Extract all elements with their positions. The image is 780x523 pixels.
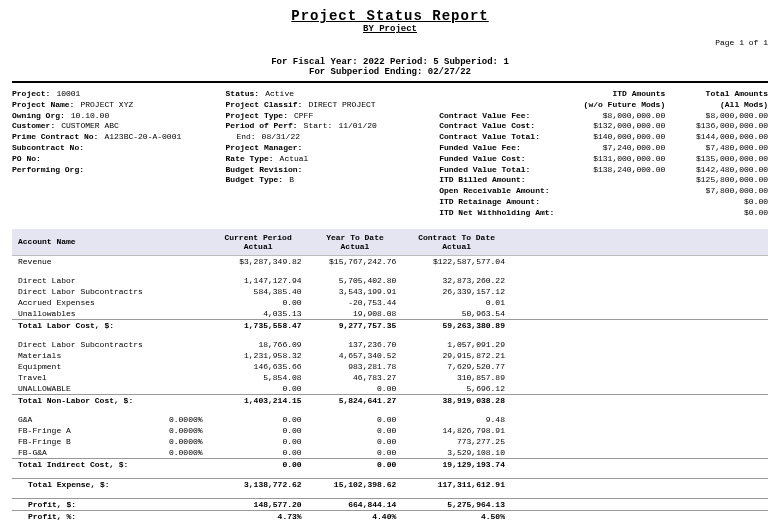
label-pop-start: Start:: [298, 121, 333, 132]
val-status: Active: [259, 89, 294, 100]
amt-c1-0: $8,000,000.00: [562, 111, 665, 122]
amt-c2-9: $0.00: [665, 208, 768, 219]
divider: [12, 81, 768, 83]
amt-c2-4: $135,000,000.00: [665, 154, 768, 165]
row-equipment: Equipment146,635.66983,281.787,629,520.7…: [12, 361, 768, 372]
col-current: Current Period Actual: [209, 229, 308, 256]
row-unallowable2: UNALLOWABLE0.000.005,696.12: [12, 383, 768, 395]
label-pop: Period of Perf:: [226, 121, 298, 132]
label-project-name: Project Name:: [12, 100, 74, 111]
amt-label-5: Funded Value Total:: [439, 165, 562, 176]
row-total-nonlabor: Total Non-Labor Cost, $:1,403,214.155,82…: [12, 394, 768, 406]
label-owning-org: Owning Org:: [12, 111, 65, 122]
val-pop-start: 11/01/20: [332, 121, 376, 132]
header-grid: Project:10001 Project Name:PROJECT XYZ O…: [12, 89, 768, 219]
label-pm: Project Manager:: [226, 143, 303, 154]
row-total-labor: Total Labor Cost, $:1,735,558.479,277,75…: [12, 319, 768, 331]
val-project: 10001: [50, 89, 80, 100]
label-budget-type: Budget Type:: [226, 175, 284, 186]
label-subcontract: Subcontract No:: [12, 143, 84, 154]
row-ga: G&A0.0000%0.000.009.48: [12, 414, 768, 425]
val-proj-type: CPFF: [288, 111, 313, 122]
row-accrued: Accrued Expenses0.00-20,753.440.01: [12, 297, 768, 308]
label-project: Project:: [12, 89, 50, 100]
amt-label-4: Funded Value Cost:: [439, 154, 562, 165]
amounts-head-itd-sub: (w/o Future Mods): [562, 100, 665, 111]
val-performing-org: [84, 165, 90, 176]
amt-c1-2: $140,000,000.00: [562, 132, 665, 143]
val-pop-end: 08/31/22: [256, 132, 300, 143]
label-po-no: PO No:: [12, 154, 41, 165]
row-materials: Materials1,231,958.324,657,340.5229,915,…: [12, 350, 768, 361]
val-rate-type: Actual: [274, 154, 309, 165]
amt-c1-9: [562, 208, 665, 219]
fiscal-line-2: For Subperiod Ending: 02/27/22: [12, 67, 768, 77]
amt-label-9: ITD Net Withholding Amt:: [439, 208, 562, 219]
amounts-head-blank: [439, 89, 562, 100]
label-prime-contract: Prime Contract No:: [12, 132, 98, 143]
col-ytd: Year To Date Actual: [308, 229, 403, 256]
row-fringe-a: FB-Fringe A0.0000%0.000.0014,826,798.91: [12, 425, 768, 436]
amounts-col: ITD Amounts Total Amounts (w/o Future Mo…: [439, 89, 768, 219]
amt-c1-6: [562, 175, 665, 186]
val-prime-contract: A123BC-20-A-0001: [98, 132, 181, 143]
label-status: Status:: [226, 89, 260, 100]
label-rate-type: Rate Type:: [226, 154, 274, 165]
val-project-name: PROJECT XYZ: [74, 100, 133, 111]
report-title: Project Status Report: [12, 8, 768, 24]
row-fb-ga: FB-G&A0.0000%0.000.003,529,108.10: [12, 447, 768, 459]
amounts-head-itd: ITD Amounts: [562, 89, 665, 100]
amt-label-2: Contract Value Total:: [439, 132, 562, 143]
label-customer: Customer:: [12, 121, 55, 132]
amt-label-3: Funded Value Fee:: [439, 143, 562, 154]
val-owning-org: 10.10.00: [65, 111, 109, 122]
amt-label-0: Contract Value Fee:: [439, 111, 562, 122]
amt-c1-8: [562, 197, 665, 208]
amt-c2-6: $125,800,000.00: [665, 175, 768, 186]
val-po-no: [41, 154, 47, 165]
row-unallowables: Unallowables4,035.1319,908.0850,963.54: [12, 308, 768, 320]
label-performing-org: Performing Org:: [12, 165, 84, 176]
val-budget-rev: [302, 165, 308, 176]
amt-label-1: Contract Value Cost:: [439, 121, 562, 132]
label-classif: Project Classif:: [226, 100, 303, 111]
amt-c2-3: $7,480,000.00: [665, 143, 768, 154]
col-ctd: Contract To Date Actual: [402, 229, 511, 256]
project-info-col: Project:10001 Project Name:PROJECT XYZ O…: [12, 89, 218, 219]
row-travel: Travel5,854.0846,783.27310,857.89: [12, 372, 768, 383]
row-nl-subs: Direct Labor Subcontractrs18,766.09137,2…: [12, 339, 768, 350]
amt-c2-8: $0.00: [665, 197, 768, 208]
val-pm: [302, 143, 308, 154]
row-total-expense: Total Expense, $:3,138,772.6215,102,398.…: [12, 478, 768, 490]
row-fringe-b: FB-Fringe B0.0000%0.000.00773,277.25: [12, 436, 768, 447]
amt-c2-7: $7,800,000.00: [665, 186, 768, 197]
amounts-head-total: Total Amounts: [665, 89, 768, 100]
report-subtitle: BY Project: [12, 24, 768, 34]
amt-label-6: ITD Billed Amount:: [439, 175, 562, 186]
amt-c1-1: $132,000,000.00: [562, 121, 665, 132]
amt-c1-5: $138,240,000.00: [562, 165, 665, 176]
row-dl-subs: Direct Labor Subcontractrs584,385.403,54…: [12, 286, 768, 297]
amt-c2-5: $142,480,000.00: [665, 165, 768, 176]
row-total-indirect: Total Indirect Cost, $:0.000.0019,129,19…: [12, 458, 768, 470]
val-budget-type: B: [283, 175, 294, 186]
amt-c2-1: $136,000,000.00: [665, 121, 768, 132]
label-pop-end: End:: [230, 132, 255, 143]
label-budget-rev: Budget Revision:: [226, 165, 303, 176]
amt-label-7: Open Receivable Amount:: [439, 186, 562, 197]
row-profit-pct: Profit, %:4.73%4.40%4.50%: [12, 510, 768, 522]
amt-c2-0: $8,000,000.00: [665, 111, 768, 122]
fiscal-line-1: For Fiscal Year: 2022 Period: 5 Subperio…: [12, 57, 768, 67]
val-classif: DIRECT PROJECT: [302, 100, 375, 111]
val-subcontract: [84, 143, 90, 154]
label-proj-type: Project Type:: [226, 111, 288, 122]
val-customer: CUSTOMER ABC: [55, 121, 119, 132]
account-table: Account Name Current Period Actual Year …: [12, 229, 768, 522]
page-number: Page 1 of 1: [12, 38, 768, 47]
row-revenue: Revenue$3,287,349.82$15,767,242.76$122,5…: [12, 255, 768, 267]
col-account: Account Name: [12, 229, 209, 256]
row-profit-dollar: Profit, $:148,577.20664,844.145,275,964.…: [12, 498, 768, 510]
amt-label-8: ITD Retainage Amount:: [439, 197, 562, 208]
amt-c1-3: $7,240,000.00: [562, 143, 665, 154]
amounts-head-total-sub: (All Mods): [665, 100, 768, 111]
